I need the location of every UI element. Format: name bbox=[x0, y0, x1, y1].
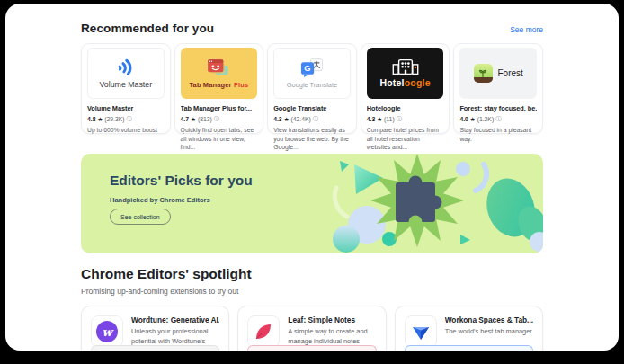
leaf-preview-image bbox=[247, 345, 376, 351]
editors-picks-subtitle: Handpicked by Chrome Editors bbox=[110, 196, 210, 204]
rating-value: 4.8 bbox=[87, 116, 95, 122]
volume-master-tile-label: Volume Master bbox=[99, 80, 152, 89]
rating-row: 4.8 ★ (29.3K) ⓘ bbox=[87, 115, 165, 123]
google-translate-tile-label: Google Translate bbox=[287, 81, 337, 89]
forest-tile-label: Forest bbox=[498, 68, 523, 78]
workona-preview-image bbox=[405, 345, 533, 351]
tab-manager-plus-accent: Plus bbox=[234, 81, 248, 89]
editors-picks-banner[interactable]: Editors' Picks for you Handpicked by Chr… bbox=[81, 154, 543, 253]
info-icon[interactable]: ⓘ bbox=[127, 115, 132, 123]
forest-tile: Forest bbox=[459, 48, 537, 99]
card-title: Google Translate bbox=[273, 104, 351, 112]
tab-stack-icon bbox=[206, 58, 231, 78]
spotlight-card-workona[interactable]: Workona Spaces & Tab... The world's best… bbox=[395, 306, 543, 351]
spotlight-cards-row: w Wordtune: Generative AI... Unleash you… bbox=[81, 306, 543, 351]
recommended-cards-row: Volume Master Volume Master 4.8 ★ (29.3K… bbox=[81, 43, 543, 134]
card-description: Compare hotel prices from all hotel rese… bbox=[367, 126, 444, 152]
workona-pyramid-icon bbox=[411, 323, 431, 342]
extension-card-volume-master[interactable]: Volume Master Volume Master 4.8 ★ (29.3K… bbox=[81, 43, 171, 134]
spotlight-card-title: Wordtune: Generative AI... bbox=[131, 315, 219, 324]
volume-waves-icon bbox=[113, 57, 138, 77]
rating-value: 4.3 bbox=[273, 116, 281, 122]
spotlight-card-wordtune[interactable]: w Wordtune: Generative AI... Unleash you… bbox=[81, 306, 229, 351]
hoteloogle-accent: oogle bbox=[405, 77, 431, 88]
card-title: Volume Master bbox=[87, 104, 165, 112]
svg-text:G: G bbox=[304, 63, 310, 73]
spotlight-card-title: Leaf: Simple Notes bbox=[288, 315, 376, 324]
forest-app-icon bbox=[474, 64, 493, 83]
card-description: Stay focused in a pleasant way. bbox=[459, 126, 537, 143]
star-icon: ★ bbox=[470, 116, 476, 123]
rating-row: 4.0 ★ (1.2K) ⓘ bbox=[459, 115, 537, 123]
info-icon[interactable]: ⓘ bbox=[397, 115, 402, 123]
wordtune-preview-image bbox=[91, 345, 219, 351]
spotlight-subtitle: Promising up-and-coming extensions to tr… bbox=[81, 287, 543, 296]
hotel-building-icon bbox=[389, 58, 422, 75]
rating-row: 4.3 ★ (42.4K) ⓘ bbox=[273, 115, 351, 123]
rating-row: 4.7 ★ (813) ⓘ bbox=[181, 115, 258, 123]
rating-value: 4.0 bbox=[459, 116, 468, 122]
card-description: View translations easily as you browse t… bbox=[273, 126, 351, 152]
hoteloogle-tile: Hoteloogle bbox=[367, 48, 444, 99]
see-more-link[interactable]: See more bbox=[510, 25, 543, 34]
info-icon[interactable]: ⓘ bbox=[214, 115, 219, 123]
wordtune-icon-tile: w bbox=[91, 315, 123, 348]
card-title: Hoteloogle bbox=[367, 104, 444, 112]
card-description: Up to 600% volume boost bbox=[87, 126, 165, 135]
info-icon[interactable]: ⓘ bbox=[313, 115, 318, 123]
chrome-web-store-page: Recommended for you See more Volume Mast… bbox=[5, 4, 619, 351]
workona-icon-tile bbox=[405, 315, 437, 348]
tab-manager-tile: Tab Manager Plus bbox=[181, 48, 258, 99]
leaf-icon-tile bbox=[247, 315, 280, 348]
rating-count: (42.4K) bbox=[290, 116, 310, 122]
rating-count: (11) bbox=[384, 116, 395, 122]
card-title: Tab Manager Plus for... bbox=[181, 104, 258, 112]
extension-card-forest[interactable]: Forest Forest: stay focused, be... 4.0 ★… bbox=[453, 43, 543, 134]
rating-value: 4.3 bbox=[367, 116, 375, 122]
rating-count: (813) bbox=[198, 116, 212, 122]
star-icon: ★ bbox=[284, 116, 290, 123]
leaf-icon bbox=[254, 322, 273, 342]
google-translate-icon: G bbox=[299, 58, 325, 77]
banner-decoration-art bbox=[327, 154, 543, 253]
rating-value: 4.7 bbox=[181, 116, 189, 122]
google-translate-tile: G Google Translate bbox=[273, 48, 351, 99]
rating-count: (1.2K) bbox=[477, 116, 495, 122]
hoteloogle-tile-label: Hoteloogle bbox=[379, 77, 430, 88]
recommended-section-header: Recommended for you See more bbox=[81, 22, 543, 35]
editors-picks-title: Editors' Picks for you bbox=[110, 173, 253, 189]
spotlight-card-title: Workona Spaces & Tab... bbox=[445, 315, 533, 324]
extension-card-google-translate[interactable]: G Google Translate Google Translate 4.3 … bbox=[267, 43, 357, 134]
volume-master-tile: Volume Master bbox=[87, 48, 165, 99]
star-icon: ★ bbox=[191, 116, 196, 123]
see-collection-button[interactable]: See collection bbox=[110, 209, 171, 225]
card-title: Forest: stay focused, be... bbox=[459, 104, 537, 112]
card-description: Quickly find open tabs, see all windows … bbox=[181, 126, 258, 152]
wordtune-icon: w bbox=[96, 321, 118, 342]
extension-card-tab-manager-plus[interactable]: Tab Manager Plus Tab Manager Plus for...… bbox=[174, 43, 264, 134]
rating-row: 4.3 ★ (11) ⓘ bbox=[367, 115, 444, 123]
star-icon: ★ bbox=[97, 116, 103, 123]
tab-manager-tile-label: Tab Manager Plus bbox=[189, 81, 248, 89]
star-icon: ★ bbox=[377, 116, 382, 123]
info-icon[interactable]: ⓘ bbox=[495, 115, 501, 123]
rating-count: (29.3K) bbox=[104, 116, 124, 122]
recommended-title: Recommended for you bbox=[81, 22, 214, 35]
spotlight-title: Chrome Editors' spotlight bbox=[81, 266, 543, 282]
spotlight-card-leaf[interactable]: Leaf: Simple Notes A simple way to creat… bbox=[237, 306, 386, 351]
spotlight-card-description: The world's best tab manager bbox=[445, 327, 533, 337]
extension-card-hoteloogle[interactable]: Hoteloogle Hoteloogle 4.3 ★ (11) ⓘ Compa… bbox=[361, 43, 450, 134]
